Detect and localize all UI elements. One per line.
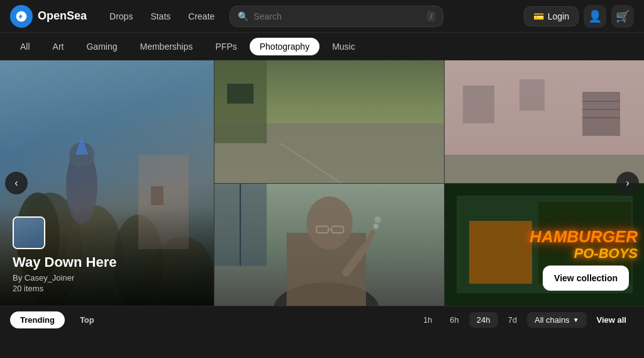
- hero-section: Way Down Here By Casey_Joiner 20 items: [0, 60, 644, 306]
- time-1h[interactable]: 1h: [416, 312, 440, 328]
- bottom-right-controls: 1h 6h 24h 7d All chains ▼ View all: [416, 312, 634, 328]
- nav-stats[interactable]: Stats: [143, 8, 178, 25]
- search-shortcut: /: [427, 11, 435, 21]
- svg-point-28: [375, 216, 382, 223]
- login-button[interactable]: 💳 Login: [524, 6, 579, 26]
- login-label: Login: [548, 11, 569, 21]
- search-input[interactable]: [253, 11, 422, 21]
- search-bar[interactable]: 🔍 /: [230, 6, 443, 27]
- hamburger-text-line1: HAMBURGER: [530, 228, 638, 246]
- cat-all[interactable]: All: [10, 38, 40, 55]
- profile-button[interactable]: 👤: [584, 5, 606, 28]
- chevron-down-icon: ▼: [573, 316, 579, 323]
- bottom-bar: Trending Top 1h 6h 24h 7d All chains ▼ V…: [0, 306, 644, 333]
- header: OpenSea Drops Stats Create 🔍 / 💳 Login 👤…: [0, 0, 644, 33]
- cart-button[interactable]: 🛒: [611, 5, 634, 28]
- time-7d[interactable]: 7d: [501, 312, 525, 328]
- svg-rect-36: [582, 92, 620, 136]
- svg-rect-12: [151, 186, 164, 205]
- svg-rect-17: [227, 84, 253, 104]
- opensea-logo-icon: [10, 5, 33, 28]
- collection-by: By Casey_Joiner: [13, 273, 201, 282]
- hero-divider-h: [214, 183, 644, 184]
- main-nav: Drops Stats Create: [102, 8, 222, 25]
- cat-gaming[interactable]: Gaming: [76, 38, 127, 55]
- arrow-left-icon: ‹: [14, 177, 18, 189]
- hero-top-right: [444, 60, 644, 183]
- cat-photography[interactable]: Photography: [250, 38, 319, 55]
- view-collection-label: View collection: [554, 273, 618, 283]
- search-icon: 🔍: [238, 11, 248, 21]
- cat-music[interactable]: Music: [322, 38, 365, 55]
- collection-title: Way Down Here: [13, 254, 201, 271]
- nav-drops[interactable]: Drops: [102, 8, 140, 25]
- chains-label: All chains: [535, 315, 570, 325]
- trending-button[interactable]: Trending: [10, 311, 65, 328]
- hero-top-middle: [214, 60, 444, 183]
- hero-bottom-middle: [214, 183, 444, 306]
- view-collection-button[interactable]: View collection: [543, 266, 629, 291]
- svg-rect-34: [519, 79, 545, 111]
- svg-point-27: [373, 223, 378, 228]
- collection-thumbnail: [13, 216, 45, 249]
- logo-text: OpenSea: [38, 9, 87, 23]
- hero-arrow-right[interactable]: ›: [616, 172, 639, 194]
- top-button[interactable]: Top: [70, 311, 104, 328]
- cart-icon: 🛒: [616, 9, 630, 23]
- nav-create[interactable]: Create: [180, 8, 222, 25]
- time-6h[interactable]: 6h: [442, 312, 466, 328]
- category-nav: All Art Gaming Memberships PFPs Photogra…: [0, 33, 644, 60]
- cat-art[interactable]: Art: [43, 38, 74, 55]
- header-right: 💳 Login 👤 🛒: [524, 5, 634, 28]
- login-icon: 💳: [533, 11, 544, 21]
- logo-area[interactable]: OpenSea: [10, 5, 87, 28]
- arrow-right-icon: ›: [626, 177, 629, 189]
- svg-rect-40: [444, 155, 644, 183]
- profile-icon: 👤: [588, 9, 602, 23]
- chains-filter[interactable]: All chains ▼: [527, 312, 587, 328]
- hero-overlay: Way Down Here By Casey_Joiner 20 items: [0, 206, 214, 306]
- collection-items: 20 items: [13, 284, 201, 293]
- cat-pfps[interactable]: PFPs: [206, 38, 247, 55]
- time-24h[interactable]: 24h: [469, 312, 498, 328]
- svg-rect-33: [463, 86, 494, 123]
- svg-point-21: [306, 196, 353, 249]
- hero-main-panel: Way Down Here By Casey_Joiner 20 items: [0, 60, 214, 306]
- view-all-button[interactable]: View all: [589, 312, 634, 328]
- cat-memberships[interactable]: Memberships: [130, 38, 203, 55]
- hero-arrow-left[interactable]: ‹: [5, 172, 28, 194]
- hamburger-text-line2: PO-BOYS: [530, 246, 638, 261]
